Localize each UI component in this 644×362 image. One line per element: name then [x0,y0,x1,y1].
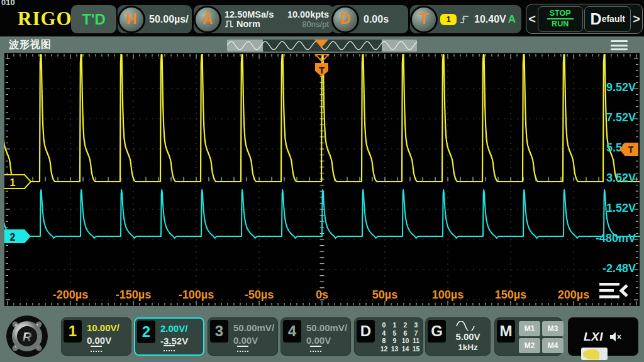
digital-bit: 10 [402,337,409,345]
generator-amplitude: 5.00V [448,331,487,342]
coupling-icon [237,346,248,352]
time-label: -100µs [171,288,221,302]
trigger-status-badge: T'D [71,5,116,33]
voltage-label: 1.52V [606,202,636,216]
time-label: -50µs [234,288,284,302]
digital-bit: 14 [402,345,409,353]
trigger-level-value: 10.40V [474,14,506,25]
voltage-label: -480mV [596,232,636,246]
channel-1-box[interactable]: 1 10.00V/ 0.00V [61,317,131,356]
sine-icon [455,321,476,331]
sample-rate: 12.50MSa/s [225,10,274,19]
scope-canvas[interactable]: T 1 2 [4,53,640,306]
collapse-menu-icon[interactable] [598,282,631,303]
channel-2-box[interactable]: 2 2.00V/ -3.52V [134,317,204,356]
delay-panel[interactable]: D 0.00s [331,5,408,33]
generator-frequency: 1kHz [448,343,487,352]
channel-3-offset: 0.00V [233,335,258,346]
default-rest: efault [602,14,625,24]
run-label: RUN [552,20,569,28]
math-m2-button[interactable]: M2 [519,338,540,353]
delay-knob[interactable]: D [333,8,357,31]
menu-bar [611,48,628,50]
channel-4-scale: 50.00mV/ [306,322,347,333]
oscilloscope-screen: { "frame_label": "010", "brand": "RIGOL"… [0,0,644,362]
stop-run-button[interactable]: STOP RUN [538,6,583,32]
lxi-label: LXI [584,330,603,344]
acquire-panel[interactable]: A 12.50MSa/s Norm 10.00kpts 80ns/pt [194,5,334,33]
time-label: 100µs [423,288,473,302]
trigger-source-badge: 1 [440,14,457,25]
digital-bit: 13 [391,345,399,353]
ch2-position-tag[interactable]: 2 [4,229,31,243]
bottom-control-bar: R 1 10.00V/ 0.00V 2 2.00V/ -3.52V 3 50.0… [0,307,644,362]
math-m3-button[interactable]: M3 [542,321,564,336]
channel-2-number: 2 [137,321,155,343]
grid-and-waveforms [4,54,640,305]
channel-4-box[interactable]: 4 50.00mV/ 0.00V [280,317,351,356]
horizontal-knob[interactable]: H [119,8,143,31]
math-button-grid: M1 M3 M2 M4 [519,321,564,353]
nav-trigger-marker[interactable] [314,40,328,48]
horizontal-panel[interactable]: H 50.00µs/ [118,5,192,33]
voltage-label: -2.48V [602,262,636,276]
time-resolution: 80ns/pt [302,19,329,29]
top-status-bar: 010 RIGOL T'D H 50.00µs/ A 12.50MSa/s No… [0,0,644,36]
coupling-icon [164,345,175,351]
math-m4-button[interactable]: M4 [542,338,564,353]
channel-3-number: 3 [210,320,228,343]
channel-4-number: 4 [283,320,301,343]
trigger-status-text: T'D [82,11,106,28]
trigger-panel[interactable]: T 1 10.40V A [410,5,521,33]
digital-bit: 1 [393,321,397,329]
graticule-display[interactable]: T 1 2 9.52V 7.52V 5.52V 3.52V 1.52V -480… [4,53,640,306]
mouse-cursor [581,348,608,360]
generator-box[interactable]: G 5.00V 1kHz [425,317,491,356]
timebase-navigator[interactable] [227,40,417,52]
math-m1-button[interactable]: M1 [519,321,540,336]
channel-3-box[interactable]: 3 50.00mV/ 0.00V [208,317,278,356]
speaker-muted-icon [609,331,623,343]
channel-3-scale: 50.00mV/ [233,322,274,333]
digital-channels-box[interactable]: D 0123 4567 891011 12131415 [354,317,423,356]
coupling-icon [91,346,102,352]
trigger-slope-icon [459,14,470,25]
acquire-col-left: 12.50MSa/s Norm [225,10,274,29]
ch1-position-tag[interactable]: 1 [4,175,31,189]
delay-value: 0.00s [364,14,389,25]
digital-bit: 9 [393,337,397,345]
digital-bit: 7 [414,329,418,337]
digital-bit: 2 [404,321,408,329]
prev-chevron[interactable]: < [528,12,536,26]
timebase-value: 50.00µs/ [149,14,189,25]
svg-text:1: 1 [10,177,16,188]
view-title: 波形视图 [9,38,52,52]
digital-bit: 11 [413,337,419,345]
waveform-view-header: 波形视图 [0,36,644,53]
math-box[interactable]: M M1 M3 M2 M4 [494,317,562,356]
digital-bit: 15 [413,345,420,353]
generator-label: G [428,320,446,343]
channel-4-offset: 0.00V [306,335,331,346]
digital-bit: 3 [414,321,418,329]
digital-bit: 4 [382,329,386,337]
math-label: M [497,320,515,343]
acquire-col-right: 10.00kpts 80ns/pt [287,10,329,29]
digital-label: D [357,320,375,343]
next-chevron[interactable]: > [633,12,640,26]
channel-1-offset: 0.00V [87,335,111,346]
acquire-knob[interactable]: A [196,8,219,31]
coupling-icon [310,346,321,352]
time-label: 0s [297,288,347,302]
menu-icon[interactable] [611,40,628,50]
digital-bit: 12 [380,345,388,353]
voltage-label: 7.52V [606,111,636,125]
default-button[interactable]: D efault [584,6,631,32]
time-label: -150µs [108,288,158,302]
trigger-knob[interactable]: T [412,8,436,31]
digital-channel-grid: 0123 4567 891011 12131415 [379,321,421,353]
rigol-gear-logo[interactable]: R [5,314,49,361]
run-control-group: < STOP RUN D efault > [526,4,643,34]
digital-bit: 0 [382,321,386,329]
time-label: 150µs [486,288,536,302]
